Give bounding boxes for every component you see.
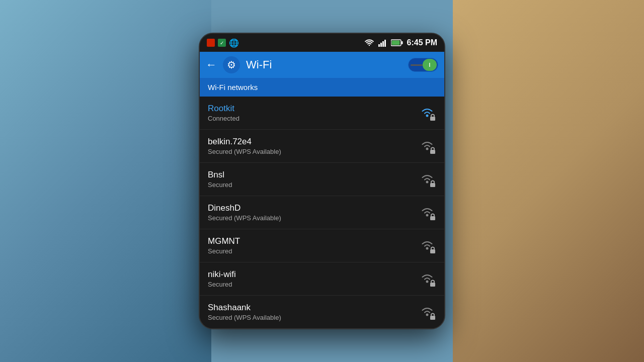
toggle-knob: I [423,59,437,71]
network-info: niki-wifiSecured [208,269,236,288]
status-bar: ✓ 🌐 [200,34,444,52]
network-info: ShashaankSecured (WPS Available) [208,303,281,321]
wifi-signal-icon [418,171,436,188]
network-status: Secured (WPS Available) [208,314,281,321]
network-item[interactable]: niki-wifiSecured [200,262,444,296]
network-status: Secured [208,181,232,189]
network-name: DineshD [208,203,281,213]
network-info: BnslSecured [208,170,232,189]
notification-icon-red [207,39,215,47]
network-info: MGMNTSecured [208,236,240,255]
status-icons-right: 6:45 PM [365,38,437,47]
svg-rect-2 [382,41,384,47]
status-icons-left: ✓ 🌐 [207,38,239,48]
settings-gear-icon: ⚙ [223,56,240,73]
network-item[interactable]: ShashaankSecured (WPS Available) [200,296,444,328]
phone: ✓ 🌐 [199,33,445,329]
svg-point-9 [426,147,429,150]
network-item[interactable]: BnslSecured [200,163,444,196]
svg-point-19 [426,313,429,316]
wifi-signal-icon [418,138,436,155]
svg-rect-6 [391,41,399,45]
svg-point-17 [426,280,429,283]
network-status: Secured (WPS Available) [208,148,281,155]
wifi-status-icon [365,39,374,47]
battery-icon [391,39,403,46]
network-name: MGMNT [208,236,240,246]
svg-rect-12 [430,183,435,187]
svg-rect-8 [430,117,435,121]
svg-point-15 [426,247,429,249]
wifi-toggle[interactable]: I [408,58,438,72]
network-name: Rootkit [208,104,239,114]
wifi-signal-icon [418,304,436,321]
back-button[interactable]: ← [206,58,217,71]
svg-rect-5 [401,41,403,44]
network-name: belkin.72e4 [208,137,281,147]
svg-rect-16 [430,249,435,253]
network-status: Secured (WPS Available) [208,214,281,222]
time-display: 6:45 PM [407,38,437,47]
network-list: RootkitConnectedbelkin.72e4Secured (WPS … [200,97,444,328]
globe-icon: 🌐 [229,38,239,48]
wifi-signal-icon [418,237,436,254]
toggle-track-left [411,64,423,66]
svg-rect-1 [380,43,382,47]
svg-point-13 [426,214,429,216]
network-name: niki-wifi [208,269,236,280]
phone-wrapper: ✓ 🌐 [199,33,445,329]
network-item[interactable]: RootkitConnected [200,97,444,130]
network-item[interactable]: DineshDSecured (WPS Available) [200,196,444,229]
wifi-signal-icon [418,105,436,122]
notification-icon-green: ✓ [218,39,226,47]
network-info: belkin.72e4Secured (WPS Available) [208,137,281,155]
app-bar: ← ⚙ Wi-Fi I [200,52,444,78]
section-header: Wi-Fi networks [200,78,444,97]
signal-icon [378,39,387,47]
svg-point-7 [426,114,429,117]
network-status: Connected [208,115,239,122]
network-status: Secured [208,281,236,288]
wifi-signal-icon [418,270,436,288]
svg-rect-3 [384,40,386,47]
wifi-signal-icon [418,204,436,221]
network-status: Secured [208,247,240,255]
network-name: Bnsl [208,170,232,180]
svg-rect-14 [430,216,435,220]
network-item[interactable]: belkin.72e4Secured (WPS Available) [200,130,444,163]
network-item[interactable]: MGMNTSecured [200,229,444,262]
svg-rect-0 [378,44,380,47]
network-info: DineshDSecured (WPS Available) [208,203,281,222]
app-bar-title: Wi-Fi [246,58,402,71]
network-name: Shashaank [208,303,281,313]
network-info: RootkitConnected [208,104,239,122]
svg-point-11 [426,180,429,183]
svg-rect-20 [430,316,435,320]
background-right [453,0,644,362]
svg-rect-18 [430,283,435,287]
svg-rect-10 [430,150,435,154]
background-left [0,0,211,362]
